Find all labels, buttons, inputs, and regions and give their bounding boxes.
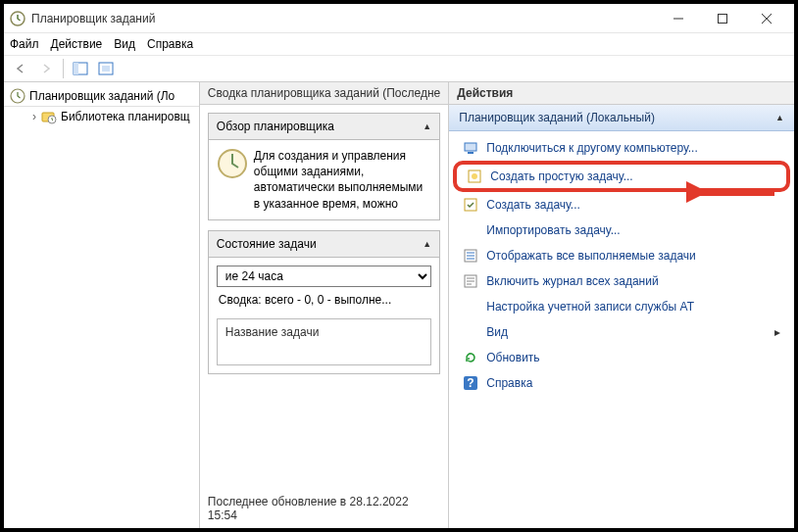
action-label: Создать простую задачу... [490, 169, 632, 183]
toolbar-pane1-button[interactable] [70, 58, 91, 79]
toolbar-pane2-button[interactable] [95, 58, 117, 79]
tree-panel: Планировщик заданий (Ло › Библиотека пла… [4, 82, 200, 528]
status-title: Состояние задачи [217, 237, 317, 251]
svg-text:?: ? [468, 376, 474, 390]
svg-rect-5 [102, 66, 110, 72]
collapse-icon[interactable]: ▲ [423, 121, 431, 131]
action-show-running[interactable]: Отображать все выполняемые задачи [449, 243, 794, 268]
tree-item-library[interactable]: › Библиотека планировщ [4, 107, 199, 126]
maximize-button[interactable] [700, 5, 744, 32]
task-name-box: Название задачи [217, 318, 431, 365]
actions-scope-label: Планировщик заданий (Локальный) [459, 111, 655, 124]
menu-help[interactable]: Справка [147, 37, 193, 51]
chevron-right-icon: ▸ [774, 325, 780, 339]
tree-root-label: Планировщик заданий (Ло [29, 89, 175, 103]
action-label: Создать задачу... [486, 198, 580, 212]
wizard-icon [467, 169, 482, 184]
collapse-icon[interactable]: ▲ [775, 113, 784, 122]
last-updated: Последнее обновление в 28.12.2022 15:54 [200, 489, 448, 528]
action-help[interactable]: ? Справка [449, 370, 794, 396]
task-icon [463, 197, 478, 213]
back-button[interactable] [10, 58, 31, 79]
actions-scope[interactable]: Планировщик заданий (Локальный) ▲ [449, 105, 794, 131]
menubar: Файл Действие Вид Справка [4, 33, 794, 55]
folder-clock-icon [41, 109, 57, 124]
toolbar [4, 55, 794, 82]
action-label: Обновить [486, 351, 539, 364]
minimize-button[interactable] [656, 5, 700, 32]
computer-icon [463, 140, 478, 156]
action-create-basic-task[interactable]: Создать простую задачу... [453, 161, 790, 192]
help-icon: ? [463, 375, 478, 391]
action-label: Импортировать задачу... [486, 223, 620, 237]
svg-rect-11 [468, 152, 474, 154]
action-enable-history[interactable]: Включить журнал всех заданий [449, 268, 794, 294]
clock-icon [217, 148, 248, 179]
action-view[interactable]: Вид ▸ [449, 319, 794, 345]
action-at-account-config[interactable]: Настройка учетной записи службы AT [449, 294, 794, 319]
view-icon [463, 324, 478, 340]
action-connect-computer[interactable]: Подключиться к другому компьютеру... [449, 135, 794, 161]
overview-box: Обзор планировщика ▲ Для создания и упра… [208, 113, 440, 220]
titlebar: Планировщик заданий [4, 4, 794, 33]
task-scheduler-icon [10, 11, 25, 26]
status-period-select[interactable]: ие 24 часа [217, 266, 431, 287]
action-label: Подключиться к другому компьютеру... [486, 141, 698, 155]
tree-item-label: Библиотека планировщ [61, 110, 190, 123]
content-area: Планировщик заданий (Ло › Библиотека пла… [4, 82, 794, 528]
import-icon [463, 222, 478, 238]
svg-rect-1 [718, 14, 726, 23]
svg-point-13 [472, 173, 477, 179]
overview-text: Для создания и управления общими задания… [254, 148, 431, 212]
list-icon [463, 248, 478, 264]
action-refresh[interactable]: Обновить [449, 345, 794, 370]
actions-list: Подключиться к другому компьютеру... Соз… [449, 131, 794, 400]
action-label: Отображать все выполняемые задачи [486, 249, 696, 263]
collapse-icon[interactable]: ▲ [423, 239, 431, 249]
expander-icon[interactable]: › [29, 110, 39, 123]
history-icon [463, 273, 478, 289]
status-box: Состояние задачи ▲ ие 24 часа Сводка: вс… [208, 230, 440, 374]
menu-file[interactable]: Файл [10, 37, 39, 51]
action-label: Настройка учетной записи службы AT [486, 300, 694, 314]
status-summary: Сводка: всего - 0, 0 - выполне... [217, 287, 431, 313]
summary-header: Сводка планировщика заданий (Последнe [200, 82, 448, 105]
actions-panel: Действия Планировщик заданий (Локальный)… [449, 82, 794, 528]
task-scheduler-icon [10, 88, 25, 104]
refresh-icon [463, 350, 478, 365]
window-title: Планировщик заданий [31, 12, 656, 25]
action-create-task[interactable]: Создать задачу... [449, 192, 794, 218]
menu-action[interactable]: Действие [51, 37, 103, 51]
svg-rect-10 [465, 143, 476, 151]
action-label: Вид [486, 325, 508, 339]
window-controls [656, 5, 788, 32]
overview-title: Обзор планировщика [217, 120, 334, 133]
summary-panel: Сводка планировщика заданий (Последнe Об… [200, 82, 449, 528]
task-name-label: Название задачи [225, 325, 320, 339]
action-import-task[interactable]: Импортировать задачу... [449, 218, 794, 243]
forward-button[interactable] [35, 58, 57, 79]
tree-root[interactable]: Планировщик заданий (Ло [4, 86, 199, 107]
close-button[interactable] [744, 5, 788, 32]
actions-header: Действия [449, 82, 794, 105]
action-label: Включить журнал всех заданий [486, 274, 658, 288]
menu-view[interactable]: Вид [114, 37, 135, 51]
action-label: Справка [486, 376, 532, 390]
svg-rect-3 [74, 63, 78, 74]
settings-icon [463, 299, 478, 314]
